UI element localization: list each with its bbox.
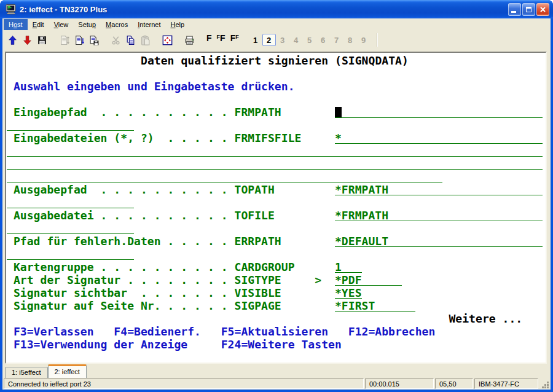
doc-updown-button xyxy=(57,33,71,47)
terminal-cursor xyxy=(335,107,342,117)
terminal-icon xyxy=(6,4,17,15)
paste-icon xyxy=(140,35,151,45)
status-elapsed-time: 00:00.015 xyxy=(365,378,434,389)
terminal-text-row: Kartengruppe . . . . . . . . . . CARDGRO… xyxy=(14,261,342,273)
font-increase-button[interactable]: FF xyxy=(214,33,228,47)
status-message: Connected to ieffect port 23 xyxy=(4,378,364,389)
input-field-underline[interactable] xyxy=(7,259,134,260)
print-button[interactable] xyxy=(182,33,197,47)
terminal-text-row: Ausgabedatei . . . . . . . . . . TOFILE … xyxy=(14,209,388,222)
doc-updown-icon xyxy=(59,35,69,45)
maximize-button[interactable] xyxy=(522,3,535,16)
input-field-underline[interactable] xyxy=(335,143,543,144)
session-tab-2-ieffect[interactable]: 2: ieffect xyxy=(48,364,87,378)
window-body: HostEditViewSetupMacrosInternetHelp FFFF… xyxy=(2,18,551,390)
font-select-button[interactable]: F xyxy=(204,33,214,47)
input-field-underline[interactable] xyxy=(7,233,134,234)
terminal-screen[interactable]: Daten qualifiziert signieren (SIGNQDATA)… xyxy=(5,52,547,364)
doc-down-button[interactable] xyxy=(71,33,86,47)
session-tab-1-i5effect[interactable]: 1: i5effect xyxy=(5,367,48,378)
resize-grip[interactable] xyxy=(539,378,549,389)
terminal-text-row: Daten qualifiziert signieren (SIGNQDATA) xyxy=(141,54,409,67)
font-letter: F xyxy=(235,33,239,41)
center-icon xyxy=(162,35,173,45)
app-window: 2: ieffect - TN3270 Plus HostEditViewSet… xyxy=(0,0,553,392)
maximize-icon xyxy=(526,7,531,12)
copy-icon xyxy=(125,35,136,45)
input-field-underline[interactable] xyxy=(335,117,543,118)
down-arrow-button[interactable] xyxy=(20,33,34,47)
center-screen-button[interactable] xyxy=(160,33,175,47)
session-6-button: 6 xyxy=(316,34,330,46)
terminal-grid: Daten qualifiziert signieren (SIGNQDATA)… xyxy=(7,54,544,364)
minimize-button[interactable] xyxy=(508,3,521,16)
save-button[interactable] xyxy=(34,33,49,47)
down-arrow-icon xyxy=(22,35,33,45)
terminal-text-row: Eingabedateien (*, ?) . . . . . FRMIFSFI… xyxy=(14,131,342,144)
doc-save-button[interactable] xyxy=(86,33,101,47)
menu-item-view[interactable]: View xyxy=(49,19,74,30)
cut-button xyxy=(108,33,123,47)
status-bar: Connected to ieffect port 23 00:00.015 0… xyxy=(2,378,551,390)
close-button[interactable] xyxy=(536,3,549,16)
doc-down-icon xyxy=(74,35,84,45)
session-9-button: 9 xyxy=(357,34,371,46)
terminal-text-row: Art der Signatur . . . . . . . . SIGTYPE… xyxy=(14,273,362,286)
session-1-button[interactable]: 1 xyxy=(249,34,262,46)
toolbar-separator xyxy=(377,33,378,47)
terminal-text-row: Ausgabepfad . . . . . . . . . . TOPATH *… xyxy=(14,183,388,196)
font-letter: F xyxy=(206,33,212,44)
input-field-underline[interactable] xyxy=(7,208,134,208)
menu-item-setup[interactable]: Setup xyxy=(73,19,101,30)
font-letter: F xyxy=(230,33,236,44)
menu-item-help[interactable]: Help xyxy=(166,19,190,30)
doc-save-icon xyxy=(88,35,99,45)
input-field-underline[interactable] xyxy=(7,169,543,170)
menu-item-host[interactable]: Host xyxy=(4,19,28,30)
font-letter: F xyxy=(220,33,226,44)
session-4-button: 4 xyxy=(289,34,303,46)
terminal-text-row: Pfad für fehlerh.Daten . . . . . ERRPATH… xyxy=(14,235,388,248)
terminal-text-row: Signatur sichtbar . . . . . . . VISIBLE … xyxy=(14,286,362,299)
status-cursor-position: 05,50 xyxy=(435,378,473,389)
menu-item-macros[interactable]: Macros xyxy=(101,19,133,30)
copy-button[interactable] xyxy=(123,33,138,47)
terminal-text-row: Auswahl eingeben und Eingabetaste drücke… xyxy=(14,80,295,93)
session-2-button[interactable]: 2 xyxy=(262,34,276,46)
font-decrease-button[interactable]: FF xyxy=(228,33,241,47)
printer-icon xyxy=(184,35,195,45)
terminal-text-row: Weitere ... xyxy=(449,312,522,325)
toolbar: FFFFF123456789 xyxy=(2,31,551,49)
terminal-panel: Daten qualifiziert signieren (SIGNQDATA)… xyxy=(2,49,551,364)
session-3-button: 3 xyxy=(276,34,289,46)
floppy-icon xyxy=(37,35,47,45)
session-7-button: 7 xyxy=(330,34,343,46)
menu-bar: HostEditViewSetupMacrosInternetHelp xyxy=(2,18,551,31)
up-arrow-button[interactable] xyxy=(5,33,20,47)
window-title: 2: ieffect - TN3270 Plus xyxy=(20,5,508,14)
status-terminal-type: IBM-3477-FC xyxy=(474,378,538,389)
up-arrow-icon xyxy=(7,35,18,45)
session-5-button: 5 xyxy=(303,34,316,46)
menu-item-internet[interactable]: Internet xyxy=(133,19,165,30)
session-8-button: 8 xyxy=(343,34,357,46)
close-icon xyxy=(539,6,546,13)
terminal-text-row: Signatur auf Seite Nr. . . . . . SIGPAGE… xyxy=(14,299,375,312)
input-field-underline[interactable] xyxy=(7,130,134,131)
menu-item-edit[interactable]: Edit xyxy=(28,19,49,30)
scissors-icon xyxy=(111,35,121,45)
terminal-text-row: Eingabepfad . . . . . . . . . . FRMPATH xyxy=(14,106,281,119)
paste-button xyxy=(138,33,152,47)
title-bar[interactable]: 2: ieffect - TN3270 Plus xyxy=(0,0,553,18)
input-field-underline[interactable] xyxy=(7,182,442,182)
session-tab-bar: 1: i5effect2: ieffect xyxy=(2,364,551,378)
terminal-text-row: F3=Verlassen F4=Bedienerf. F5=Aktualisie… xyxy=(14,325,436,338)
input-field-underline[interactable] xyxy=(7,156,543,157)
terminal-text-row: F13=Verwendung der Anzeige F24=Weitere T… xyxy=(14,338,342,351)
minimize-icon xyxy=(511,11,516,13)
